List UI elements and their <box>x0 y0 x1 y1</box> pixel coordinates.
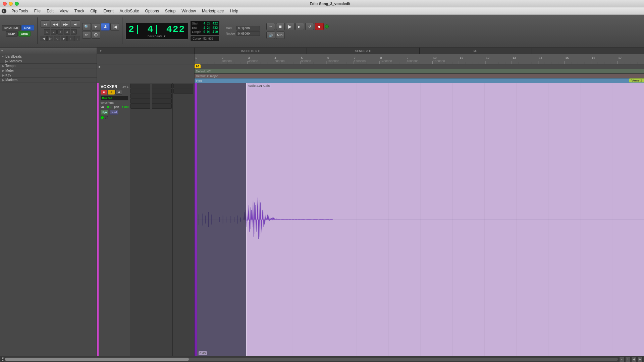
menu-help[interactable]: Help <box>227 8 241 14</box>
grid-value[interactable]: 0| 1| 000 <box>236 26 260 31</box>
track-list-item-key[interactable]: ▶ Key <box>0 73 97 78</box>
io-slot-1[interactable] <box>173 84 193 88</box>
send-slot-1[interactable] <box>152 84 172 88</box>
num-btn-6[interactable]: ◀ <box>41 36 47 41</box>
pre-roll-button[interactable]: ↩ <box>266 23 275 30</box>
zoom-tool-button[interactable]: 🔍 <box>82 23 91 31</box>
num-btn-9[interactable]: ▶ <box>61 36 67 41</box>
counter-mode[interactable]: Bars|Beats ▼ <box>148 35 166 38</box>
send-slot-5[interactable] <box>152 104 172 109</box>
zoom-out-button[interactable]: - <box>619 357 625 362</box>
menu-file[interactable]: File <box>32 8 43 14</box>
minimize-button[interactable] <box>9 2 13 6</box>
num-btn-5[interactable]: 5 <box>71 29 77 35</box>
transport-section: ⏮ ◀◀ ▶▶ ⏭ 1 2 3 4 5 ◀ ▷ ◁ ▶ ↑ ↓ <box>41 20 80 41</box>
spot-button[interactable]: SPOT <box>21 25 35 31</box>
selection-tool-button[interactable] <box>92 23 100 31</box>
scrubber-tool-button[interactable] <box>92 31 100 39</box>
pan-value[interactable]: +100 <box>122 105 128 109</box>
midi-button[interactable]: MIDI <box>276 32 285 39</box>
ruler-container <box>97 54 644 64</box>
track-list-item-barsnbeats[interactable]: ▾ Bars|Beats <box>0 54 97 59</box>
waveform-area[interactable]: Audio 2.01-Gain <box>197 83 644 356</box>
menu-audiosuite[interactable]: AudioSuite <box>117 8 142 14</box>
nudge-value[interactable]: 0| 0| 060 <box>236 31 260 36</box>
menu-setup[interactable]: Setup <box>162 8 178 14</box>
insert-slot-5[interactable] <box>130 104 150 109</box>
num-btn-2[interactable]: 2 <box>51 29 57 35</box>
zoom-in-button[interactable]: + <box>625 357 631 362</box>
menu-clip[interactable]: Clip <box>88 8 100 14</box>
pencil-tool-button[interactable]: ✏ <box>82 31 91 39</box>
send-slot-4[interactable] <box>152 99 172 104</box>
send-slot-2[interactable] <box>152 89 172 94</box>
track-mute-button[interactable]: M <box>115 90 122 95</box>
speaker-button[interactable]: 🔊 <box>266 32 275 39</box>
menu-event[interactable]: Event <box>101 8 116 14</box>
track-list-item-tempo[interactable]: ▶ Tempo <box>0 64 97 68</box>
send-slot-3[interactable] <box>152 94 172 99</box>
track-solo-button[interactable]: S <box>108 90 115 95</box>
play-button[interactable]: ▶ <box>286 23 294 30</box>
num-btn-7[interactable]: ▷ <box>47 36 53 41</box>
shuffle-button[interactable]: SHUFFLE <box>2 25 21 31</box>
menu-marketplace[interactable]: Marketplace <box>199 8 226 14</box>
loop-playback-button[interactable]: ↺ <box>305 23 314 30</box>
insert-slot-2[interactable] <box>130 89 150 94</box>
separator-1 <box>37 17 38 44</box>
horizontal-scrollbar[interactable] <box>5 358 618 361</box>
close-button[interactable] <box>3 2 7 6</box>
num-btn-4[interactable]: 4 <box>64 29 70 35</box>
record-button[interactable]: ● <box>315 23 324 30</box>
io-slot-2[interactable] <box>173 89 193 94</box>
trimmer-tool-button[interactable]: |◀ <box>110 23 119 31</box>
slip-button[interactable]: SLIP <box>6 31 18 37</box>
dyn-button[interactable]: dyn <box>101 110 108 115</box>
scroll-down-button[interactable]: ▼ <box>1 359 4 362</box>
scroll-right-2-button[interactable]: ▶ <box>637 357 643 362</box>
num-btn-11[interactable]: ↓ <box>74 36 80 41</box>
track-list-item-meter[interactable]: ▶ Meter <box>0 68 97 73</box>
insert-slot-1[interactable] <box>130 84 150 88</box>
play-with-preroll-button[interactable]: ▶| <box>296 23 304 30</box>
scroll-right-1-button[interactable]: ◀ <box>631 357 637 362</box>
menu-view[interactable]: View <box>57 8 71 14</box>
grabber-tool-button[interactable] <box>101 23 110 31</box>
track-list-item-markers[interactable]: ▶ Markers <box>0 78 97 82</box>
track-list-item-samples[interactable]: ▶ Samples <box>0 59 97 64</box>
scroll-thumb[interactable] <box>5 358 189 361</box>
waveform-label[interactable]: waveform <box>101 101 128 105</box>
output-select[interactable]: Bus 3-4 <box>101 96 128 101</box>
forward-button[interactable]: ▶▶ <box>61 20 70 28</box>
rewind-button[interactable]: ⏮ <box>41 20 50 28</box>
back-button[interactable]: ◀◀ <box>51 20 60 28</box>
insert-slot-4[interactable] <box>130 99 150 104</box>
grid-mode-button[interactable]: GRID <box>18 31 31 37</box>
fast-forward-button[interactable]: ⏭ <box>71 20 80 28</box>
verse1-marker[interactable]: Verse 1 <box>629 78 644 82</box>
traffic-lights <box>3 2 19 6</box>
window-title: Edit: Song_3_vocaledit <box>19 2 641 6</box>
stop-button[interactable]: ■ <box>276 23 285 30</box>
track-record-arm-button[interactable]: R <box>101 90 107 95</box>
menu-edit[interactable]: Edit <box>44 8 56 14</box>
marker-95[interactable]: 95 <box>195 64 201 68</box>
menu-track[interactable]: Track <box>72 8 87 14</box>
separator-3 <box>223 17 223 44</box>
menu-window[interactable]: Window <box>179 8 199 14</box>
num-btn-10[interactable]: ↑ <box>67 36 73 41</box>
num-btn-1[interactable]: 1 <box>44 29 50 35</box>
num-btn-3[interactable]: 3 <box>57 29 63 35</box>
insert-slot-3[interactable] <box>130 94 150 99</box>
cursor-value: 4|2| 832 <box>203 37 213 40</box>
read-button[interactable]: read <box>110 110 118 115</box>
num-btn-8[interactable]: ◁ <box>54 36 60 41</box>
separator-2 <box>122 17 122 44</box>
menu-pro-tools[interactable]: Pro Tools <box>9 8 31 14</box>
vol-value[interactable]: 0.0 <box>107 105 112 109</box>
maximize-button[interactable] <box>15 2 19 6</box>
fader-strip[interactable] <box>195 83 197 356</box>
menu-options[interactable]: Options <box>143 8 162 14</box>
scroll-up-button[interactable]: ▲ <box>1 357 4 359</box>
number-buttons: 1 2 3 4 5 <box>44 29 77 35</box>
